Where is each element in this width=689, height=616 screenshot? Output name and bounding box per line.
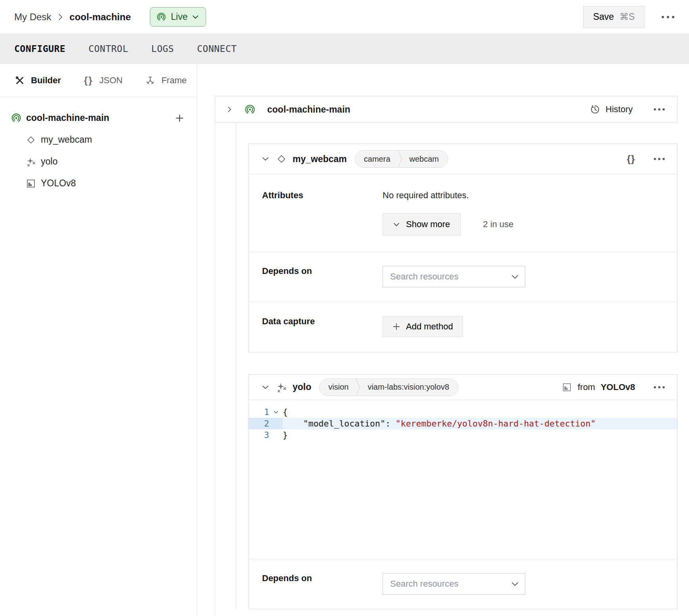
code-line: 1 {	[249, 406, 677, 418]
component-title: my_webcam	[293, 154, 347, 165]
mode-frame[interactable]: Frame	[145, 75, 187, 86]
configure-main-panel: cool-machine-main History	[197, 64, 689, 616]
tree-item-my-webcam[interactable]: my_webcam	[11, 129, 185, 151]
sparkles-icon	[276, 382, 287, 393]
tree-item-machine-part[interactable]: cool-machine-main	[11, 107, 185, 129]
broadcast-icon	[157, 12, 166, 22]
attributes-json-editor[interactable]: 1 { 2 "mode	[249, 400, 677, 559]
code-line-active: 2 "model_location": "keremberke/yolov8n-…	[249, 418, 677, 429]
tab-logs[interactable]: LOGS	[151, 44, 174, 54]
json-colon: :	[385, 419, 396, 429]
mode-frame-label: Frame	[161, 75, 187, 86]
frame-axes-icon	[145, 76, 155, 85]
configure-sidebar: Builder {} JSON Frame	[0, 64, 197, 616]
show-more-label: Show more	[406, 219, 450, 230]
chevron-down-icon[interactable]	[511, 275, 519, 279]
depends-on-label: Depends on	[262, 266, 383, 287]
diamond-icon	[276, 153, 287, 165]
show-more-button[interactable]: Show more	[383, 213, 461, 235]
module-icon	[26, 178, 36, 189]
save-label: Save	[593, 11, 614, 22]
tree-item-yolo[interactable]: yolo	[11, 151, 185, 172]
json-key: "model_location"	[283, 419, 385, 429]
tab-configure[interactable]: CONFIGURE	[14, 44, 65, 54]
data-capture-label: Data capture	[262, 316, 383, 337]
no-attributes-text: No required attributes.	[383, 190, 513, 201]
code-text: "model_location": "keremberke/yolov8n-ha…	[283, 418, 596, 429]
module-icon	[562, 382, 572, 392]
top-bar: My Desk cool-machine Live Save ⌘S	[0, 0, 689, 34]
chevron-down-icon[interactable]	[262, 157, 269, 161]
line-number: 1	[249, 406, 269, 418]
depends-on-section: Depends on	[249, 252, 677, 302]
search-resources-input[interactable]	[390, 272, 511, 282]
yolo-depends-on-section: Depends on	[249, 559, 677, 609]
part-body: my_webcam camera webcam {}	[215, 123, 678, 616]
save-button[interactable]: Save ⌘S	[583, 6, 645, 28]
tab-control[interactable]: CONTROL	[88, 44, 128, 54]
attributes-section: Attributes No required attributes. Show …	[249, 174, 677, 252]
tree-item-label: yolo	[41, 156, 57, 167]
live-label: Live	[171, 11, 188, 22]
machine-part-header: cool-machine-main History	[215, 96, 678, 123]
mode-builder[interactable]: Builder	[15, 75, 61, 86]
add-method-button[interactable]: Add method	[383, 316, 463, 337]
chevron-down-icon[interactable]	[511, 582, 519, 586]
data-capture-section: Data capture Add method	[249, 302, 677, 352]
add-resource-button[interactable]	[174, 113, 185, 123]
my-webcam-card-header: my_webcam camera webcam {}	[249, 144, 677, 174]
yolo-card-header: yolo vision viam-labs:vision:yolov8	[249, 375, 677, 400]
history-icon	[590, 104, 600, 115]
depends-on-select[interactable]	[383, 266, 525, 287]
mode-builder-label: Builder	[31, 75, 61, 86]
json-string-value: "keremberke/yolov8n-hard-hat-detection"	[396, 419, 596, 429]
json-mode-toggle-icon[interactable]: {}	[627, 153, 635, 165]
depends-on-select[interactable]	[383, 573, 525, 595]
chip-type: vision	[320, 379, 356, 396]
chevron-right-icon[interactable]	[227, 106, 232, 113]
mode-json[interactable]: {} JSON	[84, 75, 122, 86]
tab-connect[interactable]: CONNECT	[197, 44, 237, 54]
tools-icon	[15, 76, 25, 85]
broadcast-icon	[245, 104, 255, 115]
broadcast-icon	[11, 113, 21, 123]
service-menu-button[interactable]	[653, 386, 665, 389]
history-label: History	[606, 104, 633, 115]
from-module-name: YOLOv8	[601, 382, 635, 392]
depends-on-label: Depends on	[262, 573, 383, 595]
component-card-my-webcam: my_webcam camera webcam {}	[248, 143, 678, 352]
attributes-in-use-count: 2 in use	[483, 219, 513, 230]
chip-divider	[356, 379, 360, 396]
search-resources-input[interactable]	[390, 579, 511, 589]
code-text: {	[283, 406, 288, 418]
view-mode-switcher: Builder {} JSON Frame	[0, 64, 197, 97]
plus-icon	[392, 323, 400, 331]
history-button[interactable]: History	[590, 104, 633, 115]
part-menu-button[interactable]	[653, 108, 665, 111]
save-shortcut: ⌘S	[620, 11, 635, 22]
breadcrumb-parent[interactable]: My Desk	[14, 11, 51, 23]
chevron-right-icon	[57, 13, 63, 21]
chip-model: viam-labs:vision:yolov8	[360, 379, 458, 396]
overflow-menu-button[interactable]	[661, 15, 675, 19]
chip-type: camera	[355, 151, 398, 167]
chevron-down-icon[interactable]	[262, 385, 269, 389]
diamond-icon	[26, 135, 36, 145]
component-type-chip: camera webcam	[355, 150, 448, 168]
resource-tree: cool-machine-main my_webcam	[0, 97, 197, 194]
component-menu-button[interactable]	[653, 157, 665, 161]
braces-icon: {}	[84, 75, 93, 86]
line-number: 3	[249, 429, 269, 441]
service-type-chip: vision viam-labs:vision:yolov8	[319, 379, 458, 396]
line-number: 2	[249, 418, 269, 429]
service-title: yolo	[293, 382, 311, 392]
fold-chevron-icon[interactable]	[269, 406, 283, 418]
live-status-dropdown[interactable]: Live	[150, 7, 206, 27]
chip-model: webcam	[402, 151, 448, 167]
chevron-down-icon	[393, 223, 400, 226]
code-text: }	[283, 429, 288, 441]
mode-json-label: JSON	[99, 75, 122, 86]
code-line: 3 }	[249, 429, 677, 441]
tree-item-yolov8-module[interactable]: YOLOv8	[11, 172, 185, 194]
attributes-label: Attributes	[262, 190, 383, 235]
